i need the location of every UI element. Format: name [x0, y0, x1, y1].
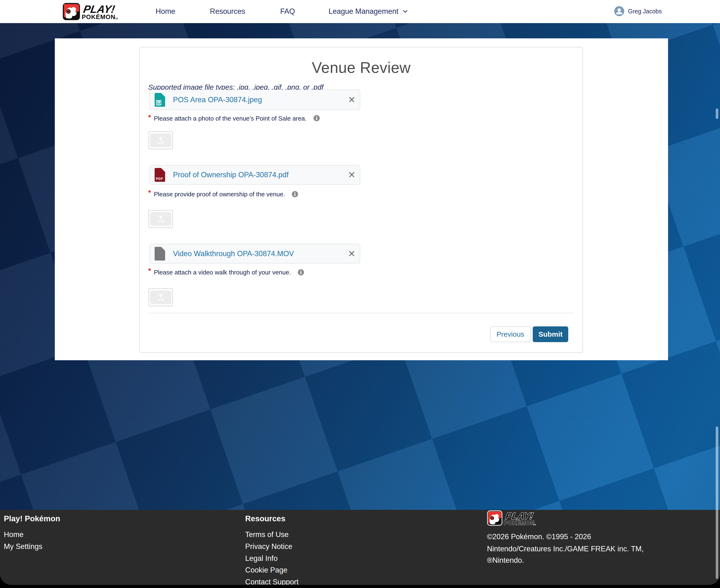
- previous-button[interactable]: Previous: [490, 327, 531, 342]
- footer-link-cookie-page[interactable]: Cookie Page: [245, 566, 288, 574]
- scrollbar-thumb[interactable]: [716, 426, 718, 579]
- scrollbar-thumb-secondary[interactable]: [716, 108, 718, 119]
- helper-text: Please provide proof of ownership of the…: [154, 191, 285, 198]
- nav-resources[interactable]: Resources: [210, 7, 245, 16]
- file-fold-corner: [161, 168, 165, 172]
- upload-dropzone[interactable]: [148, 210, 173, 228]
- page-footer: Play! Pokémon Home My Settings Resources…: [0, 510, 720, 585]
- file-fold-corner: [161, 247, 165, 251]
- upload-dropzone[interactable]: [148, 131, 173, 149]
- upload-button: [150, 212, 171, 226]
- content-panel: Venue Review Supported image file types:…: [55, 38, 668, 360]
- footer-link-my-settings[interactable]: My Settings: [4, 542, 42, 551]
- upload-dropzone[interactable]: [148, 288, 173, 307]
- required-asterisk: *: [148, 188, 151, 196]
- upload-button: [150, 290, 171, 304]
- helper-text: Please attach a photo of the venue's Poi…: [154, 115, 306, 122]
- upload-icon: [156, 293, 166, 302]
- upload-helper-text-row: * Please attach a video walk through of …: [148, 268, 304, 276]
- top-navigation-bar: PLAY! POKÉMON TM Home Resources FAQ Leag…: [0, 0, 720, 23]
- footer-heading-resources: Resources: [245, 514, 285, 523]
- generic-file-icon: [155, 247, 165, 261]
- attached-file-link[interactable]: Proof of Ownership OPA-30874.pdf: [173, 171, 289, 179]
- svg-text:POKÉMON: POKÉMON: [82, 13, 115, 20]
- info-icon[interactable]: [298, 269, 304, 276]
- required-asterisk: *: [148, 267, 151, 275]
- upload-helper-text-row: * Please provide proof of ownership of t…: [148, 190, 298, 198]
- attached-file-row: Video Walkthrough OPA-30874.MOV ✕: [149, 244, 360, 264]
- form-footer-divider: [148, 313, 574, 313]
- footer-link-contact-support[interactable]: Contact Support: [245, 578, 298, 585]
- file-fold-corner: [161, 93, 165, 97]
- chevron-down-icon: [402, 8, 409, 15]
- attached-file-row: POS Area OPA-30874.jpeg ✕: [149, 89, 360, 110]
- footer-heading-play-pokemon: Play! Pokémon: [4, 514, 60, 523]
- submit-button[interactable]: Submit: [533, 327, 568, 342]
- nav-home[interactable]: Home: [155, 7, 175, 16]
- footer-link-legal-info[interactable]: Legal Info: [245, 554, 278, 563]
- app-window: PLAY! POKÉMON TM Home Resources FAQ Leag…: [0, 0, 720, 585]
- upload-button: [150, 133, 171, 147]
- attached-file-row: PDF Proof of Ownership OPA-30874.pdf ✕: [149, 165, 360, 185]
- svg-text:TM: TM: [533, 523, 536, 526]
- remove-file-button[interactable]: ✕: [348, 95, 356, 104]
- required-asterisk: *: [148, 115, 151, 121]
- user-name: Greg Jacobs: [628, 8, 662, 15]
- copyright-line: Nintendo/Creatures Inc./GAME FREAK inc. …: [487, 545, 644, 553]
- info-icon[interactable]: [313, 115, 320, 122]
- svg-text:POKÉMON: POKÉMON: [504, 520, 535, 526]
- pdf-badge: PDF: [156, 177, 163, 181]
- page-title: Venue Review: [140, 59, 583, 77]
- footer-play-pokemon-logo[interactable]: PLAY! POKÉMON TM: [487, 510, 557, 526]
- attached-file-link[interactable]: POS Area OPA-30874.jpeg: [173, 96, 262, 104]
- svg-text:TM: TM: [114, 17, 118, 20]
- copyright-line: ®Nintendo.: [487, 556, 524, 565]
- user-menu[interactable]: Greg Jacobs: [614, 6, 662, 16]
- svg-text:PLAY!: PLAY!: [505, 511, 534, 521]
- play-pokemon-logo[interactable]: PLAY! POKÉMON TM: [63, 3, 134, 20]
- upload-icon: [156, 135, 166, 145]
- footer-link-terms-of-use[interactable]: Terms of Use: [245, 530, 289, 539]
- picture-glyph: [156, 100, 161, 105]
- upload-helper-text-row: * Please attach a photo of the venue's P…: [148, 115, 320, 124]
- helper-text: Please attach a video walk through of yo…: [154, 269, 291, 276]
- venue-review-card: Venue Review Supported image file types:…: [140, 47, 583, 353]
- attached-file-link[interactable]: Video Walkthrough OPA-30874.MOV: [173, 249, 294, 258]
- nav-league-management-label: League Management: [329, 7, 398, 16]
- user-avatar-icon: [614, 6, 624, 16]
- remove-file-button[interactable]: ✕: [348, 170, 356, 180]
- pdf-file-icon: PDF: [155, 168, 165, 182]
- nav-league-management[interactable]: League Management: [329, 7, 409, 16]
- copyright-line: ©2026 Pokémon. ©1995 - 2026: [487, 532, 591, 541]
- footer-link-privacy-notice[interactable]: Privacy Notice: [245, 542, 292, 551]
- info-icon[interactable]: [292, 191, 298, 197]
- image-file-icon: [155, 93, 165, 107]
- play-pokemon-logo-graphic: PLAY! POKÉMON TM: [63, 3, 134, 20]
- footer-link-home[interactable]: Home: [4, 530, 24, 539]
- nav-faq[interactable]: FAQ: [280, 7, 295, 16]
- remove-file-button[interactable]: ✕: [348, 249, 356, 258]
- upload-icon: [156, 214, 166, 224]
